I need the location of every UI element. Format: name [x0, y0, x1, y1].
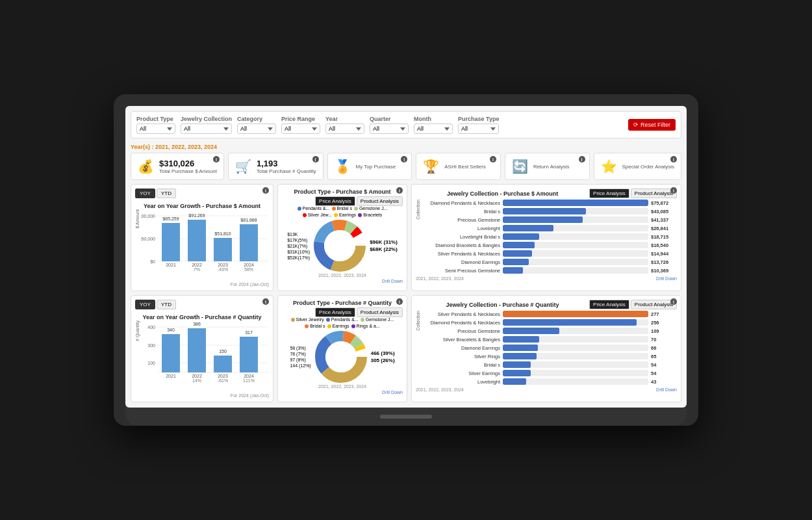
bar-2022-amount	[188, 220, 206, 261]
yoy-amount-title: Year on Year Growth - Purchase $ Amount	[135, 203, 269, 209]
kpi-desc-quantity: Total Purchase # Quantity	[257, 168, 316, 174]
hbar-value-2: $41,337	[651, 217, 677, 223]
filter-select-category[interactable]: All	[237, 124, 276, 134]
svg-text:$91,269: $91,269	[188, 213, 205, 218]
hbar-fill-8	[503, 267, 523, 274]
tab-ytd-qty[interactable]: YTD	[157, 300, 176, 309]
donut-amount-chart: Product Type - Purchase $ Amount i Price…	[277, 184, 407, 291]
tab-product-qty[interactable]: Product Analysis	[357, 307, 403, 317]
hbar-qty-fill-8	[503, 378, 526, 385]
legend-qty-2: Gemstone J...	[361, 317, 394, 322]
legend-dot-qty-1	[326, 318, 330, 322]
svg-text:$100,000: $100,000	[141, 214, 155, 218]
kpi-info-icon-top[interactable]: i	[401, 156, 407, 162]
hbar-item-3: Lovebright $26,841	[422, 225, 677, 231]
tab-price-analysis-amount[interactable]: Price Analysis	[315, 196, 355, 206]
kpi-icon-quantity: 🛒	[235, 159, 251, 174]
tab-price-jewelry-qty[interactable]: Price Analysis	[589, 300, 629, 309]
hbar-qty-fill-1	[503, 319, 637, 326]
hbar-qty-value-0: 277	[651, 311, 677, 317]
donut-qty-drilldown[interactable]: Drill Down	[282, 390, 403, 395]
legend-dot-2	[354, 207, 358, 211]
filter-select-price-range[interactable]: All	[281, 124, 320, 134]
hbar-value-1: $43,085	[651, 209, 677, 214]
donut-amount-legend: Pendants &... Bridal s Gemstone J...	[282, 206, 403, 217]
filter-select-jewelry[interactable]: All	[181, 124, 232, 134]
legend-item-3: Silver Jew...	[303, 213, 332, 217]
hbar-track-2	[503, 216, 648, 223]
filter-select-quarter[interactable]: All	[370, 124, 409, 134]
hbar-fill-1	[503, 208, 586, 214]
hbar-qty-label-7: Silver Earrings	[422, 370, 500, 376]
filter-select-month[interactable]: All	[414, 124, 453, 134]
yoy-qty-footnote: For 2024 (Jan-Oct)	[135, 393, 269, 398]
year-label: Year(s) : 2021, 2022, 2023, 2024	[131, 144, 217, 150]
tab-price-qty[interactable]: Price Analysis	[315, 307, 355, 317]
svg-text:$50,000: $50,000	[141, 237, 155, 241]
hbar-qty-label-4: Diamond Earrings	[422, 345, 500, 351]
hbar-item-1: Bridal s $43,085	[422, 208, 677, 214]
chart-info-donut-amount[interactable]: i	[396, 187, 403, 194]
kpi-ashi-best-sellers[interactable]: 🏆 ASHI Best Sellers i	[416, 153, 501, 180]
legend-dot-qty-4	[327, 324, 331, 328]
svg-text:2022: 2022	[192, 374, 202, 378]
hbar-qty-track-5	[503, 353, 648, 359]
svg-text:2023: 2023	[218, 263, 228, 267]
hbar-value-3: $26,841	[651, 226, 677, 231]
chart-info-yoy-qty[interactable]: i	[262, 298, 269, 305]
kpi-my-top-purchase[interactable]: 🏅 My Top Purchase i	[327, 153, 412, 180]
kpi-row: 💰 $310,026 Total Purchase $ Amount i 🛒 1…	[131, 153, 681, 180]
tab-ytd-amount[interactable]: YTD	[157, 188, 176, 198]
hbar-label-4: Lovebright Bridal s	[422, 234, 500, 240]
reset-filter-button[interactable]: ⟳ Reset Filter	[628, 119, 676, 131]
jewelry-amount-drilldown[interactable]: Drill Down	[656, 276, 677, 281]
svg-text:150: 150	[219, 349, 227, 354]
svg-point-23	[324, 230, 355, 261]
donut-amount-drilldown[interactable]: Drill Down	[282, 279, 403, 283]
jewelry-qty-y-label: Collection	[416, 311, 420, 331]
hbar-qty-value-6: 54	[651, 362, 677, 368]
legend-item-0: Pendants &...	[298, 206, 330, 211]
svg-text:386: 386	[193, 322, 201, 326]
svg-text:$81,688: $81,688	[240, 218, 257, 222]
hbar-value-5: $16,540	[651, 242, 677, 248]
kpi-info-icon-special[interactable]: i	[670, 156, 677, 162]
filter-select-product-type[interactable]: All	[136, 124, 175, 134]
donut-qty-chart: Product Type - Purchase # Quantity i Pri…	[277, 295, 407, 402]
hbar-item-6: Silver Pendants & Necklaces $14,944	[422, 250, 677, 257]
hbar-qty-item-0: Silver Pendants & Necklaces 277	[422, 311, 677, 317]
tab-yoy-qty[interactable]: YOY	[135, 300, 155, 309]
kpi-info-icon-return[interactable]: i	[579, 156, 585, 162]
filter-select-purchase-type[interactable]: All	[458, 124, 499, 134]
filter-select-year[interactable]: All	[325, 124, 364, 134]
tab-product-analysis-amount[interactable]: Product Analysis	[357, 196, 403, 206]
chart-info-yoy-amount[interactable]: i	[262, 187, 269, 194]
kpi-return-analysis[interactable]: 🔄 Return Analysis i	[505, 153, 590, 180]
filter-label-product-type: Product Type	[136, 116, 175, 122]
svg-text:2022: 2022	[192, 263, 202, 267]
chart-info-donut-qty[interactable]: i	[396, 298, 403, 305]
kpi-icon-return: 🔄	[512, 159, 528, 174]
kpi-desc-best: ASHI Best Sellers	[444, 164, 486, 170]
tab-yoy-amount[interactable]: YOY	[135, 188, 155, 198]
kpi-info-icon-amount[interactable]: i	[213, 156, 220, 162]
chart-info-jewelry-amount[interactable]: i	[670, 187, 677, 194]
kpi-total-purchase-quantity[interactable]: 🛒 1,193 Total Purchase # Quantity i	[228, 153, 324, 180]
chart-info-jewelry-qty[interactable]: i	[670, 298, 677, 305]
kpi-info-icon-best[interactable]: i	[490, 156, 496, 162]
hbar-label-8: Semi Precious Gemstone	[422, 268, 500, 274]
kpi-info-icon-quantity[interactable]: i	[312, 156, 319, 162]
legend-dot-qty-2	[361, 318, 364, 322]
legend-dot-0	[298, 207, 301, 211]
hbar-qty-item-4: Diamond Earrings 66	[422, 344, 677, 351]
kpi-total-purchase-amount[interactable]: 💰 $310,026 Total Purchase $ Amount i	[131, 153, 224, 180]
legend-dot-4	[334, 213, 338, 217]
jewelry-amount-title: Jewelry Collection - Purchase $ Amount	[416, 190, 589, 197]
kpi-special-order[interactable]: ⭐ Special Order Analysis i	[594, 153, 681, 180]
jewelry-qty-drilldown[interactable]: Drill Down	[656, 387, 677, 392]
filter-label-year: Year	[325, 116, 364, 122]
svg-text:$0: $0	[150, 259, 155, 264]
dashboard: Product Type All Jewelry Collection All …	[125, 106, 687, 408]
hbar-label-2: Precious Gemstone	[422, 217, 500, 223]
tab-price-jewelry-amount[interactable]: Price Analysis	[589, 188, 629, 198]
